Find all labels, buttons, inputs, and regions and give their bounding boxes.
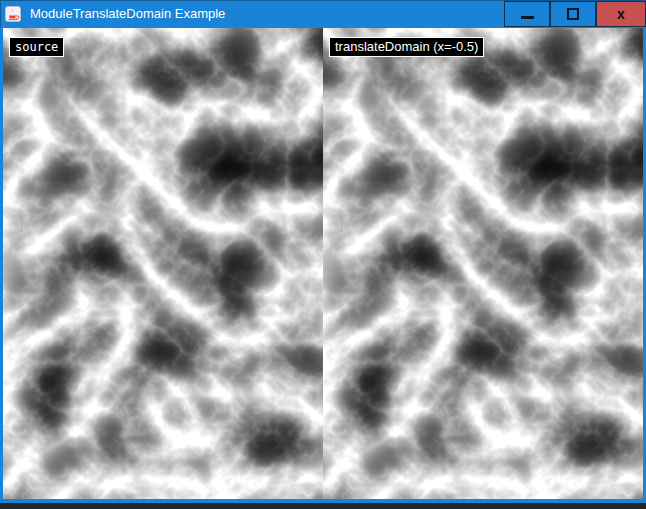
minimize-icon	[521, 16, 534, 19]
window-title: ModuleTranslateDomain Example	[30, 0, 225, 28]
content-area: source translateDomain (x=-0.5)	[0, 28, 646, 503]
close-icon: x	[617, 3, 625, 25]
maximize-icon	[567, 8, 579, 20]
translate-domain-noise-image	[323, 28, 643, 499]
titlebar[interactable]: ModuleTranslateDomain Example x	[0, 0, 646, 28]
minimize-button[interactable]	[504, 1, 550, 27]
java-icon	[5, 6, 21, 22]
panel-source: source	[3, 28, 323, 499]
maximize-button[interactable]	[550, 1, 596, 27]
source-label: source	[9, 37, 64, 57]
translate-domain-label: translateDomain (x=-0.5)	[329, 37, 484, 57]
window-controls: x	[504, 1, 646, 27]
source-noise-image	[3, 28, 323, 499]
desktop-strip	[0, 503, 646, 509]
panel-translate-domain: translateDomain (x=-0.5)	[323, 28, 643, 499]
close-button[interactable]: x	[596, 1, 646, 27]
app-window: ModuleTranslateDomain Example x source t…	[0, 0, 646, 509]
